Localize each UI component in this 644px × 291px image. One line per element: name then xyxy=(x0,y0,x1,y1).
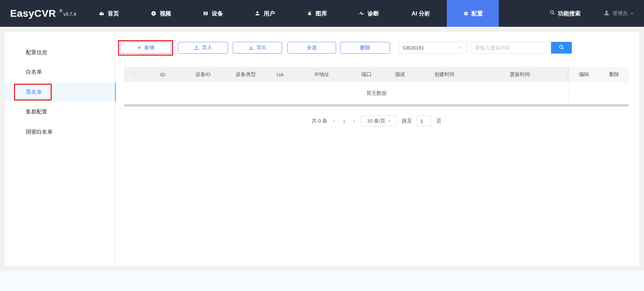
function-search[interactable]: 功能搜索 xyxy=(549,0,581,27)
col-header-description: 描述 xyxy=(382,67,418,82)
page-size-select[interactable]: 10 条/页 xyxy=(361,116,397,126)
user-label: 管理员 xyxy=(612,10,628,17)
fixed-columns-divider xyxy=(569,82,569,104)
col-header-port: 端口 xyxy=(351,67,382,82)
pagination-total: 共 0 条 xyxy=(312,118,327,124)
protocol-select-value: GB28181 xyxy=(403,45,424,51)
search-button[interactable] xyxy=(551,42,572,54)
empty-state-text: 暂无数据 xyxy=(367,90,387,96)
col-header-created-at: 创建时间 xyxy=(418,67,471,82)
protocol-select[interactable]: GB28181 xyxy=(398,42,467,54)
registered-mark: ® xyxy=(59,9,62,13)
nav-item-label: 图库 xyxy=(316,10,327,17)
search-input[interactable] xyxy=(471,42,551,54)
select-all-checkbox[interactable] xyxy=(131,72,137,77)
function-search-label: 功能搜索 xyxy=(558,10,581,17)
select-all-button[interactable]: 全选 xyxy=(287,42,336,54)
nav-item-gallery[interactable]: 图库 xyxy=(291,0,343,27)
delete-button-label: 删除 xyxy=(360,45,370,51)
config-sidebar: 配置信息 白名单 黑名单 集群配置 国密白名单 xyxy=(5,32,115,266)
col-header-edit: 编辑 xyxy=(569,67,599,82)
col-header-updated-at: 更新时间 xyxy=(471,67,569,82)
nav-item-device[interactable]: 设备 xyxy=(187,0,239,27)
gallery-icon xyxy=(307,10,313,16)
user-menu[interactable]: 管理员 xyxy=(603,0,634,27)
prev-page-button[interactable] xyxy=(332,119,337,123)
page-unit-label: 页 xyxy=(436,118,441,124)
page-footer-strip xyxy=(0,270,644,291)
fixed-columns-header: 编辑 删除 xyxy=(569,67,629,82)
app-version: v3.7.4 xyxy=(63,11,76,17)
nav-item-home[interactable]: 首页 xyxy=(83,0,135,27)
pagination-bar: 共 0 条 1 10 条/页 跳至 页 xyxy=(124,115,629,127)
chevron-down-icon xyxy=(459,45,463,51)
device-icon xyxy=(203,10,209,16)
avatar-icon xyxy=(603,9,610,17)
main-nav: 首页 视频 设备 用户 xyxy=(83,0,499,27)
nav-item-diagnosis[interactable]: 诊断 xyxy=(343,0,395,27)
jump-to-label: 跳至 xyxy=(402,118,412,124)
chevron-down-icon xyxy=(387,118,391,124)
upload-icon xyxy=(194,45,199,51)
download-icon xyxy=(249,45,254,51)
add-button[interactable]: 新增 xyxy=(120,42,171,54)
col-header-delete: 删除 xyxy=(599,67,629,82)
col-header-ip: IP地址 xyxy=(293,67,351,82)
import-button[interactable]: 导入 xyxy=(178,42,228,54)
search-icon xyxy=(558,44,565,51)
sidebar-item-config-info[interactable]: 配置信息 xyxy=(5,43,115,62)
chevron-down-icon xyxy=(630,11,634,16)
table-header-row: ID 设备ID 设备类型 UA IP地址 端口 描述 创建时间 更新时间 编辑 … xyxy=(124,67,629,82)
top-navbar: EasyCVR ® v3.7.4 首页 视频 设备 xyxy=(0,0,644,27)
select-all-cell xyxy=(124,67,144,82)
easycvr-app: EasyCVR ® v3.7.4 首页 视频 设备 xyxy=(0,0,644,291)
next-page-button[interactable] xyxy=(352,119,356,123)
select-all-button-label: 全选 xyxy=(307,45,317,51)
search-icon xyxy=(549,10,555,17)
page-size-value: 10 条/页 xyxy=(367,118,385,124)
delete-button[interactable]: 删除 xyxy=(340,42,390,54)
logo-text: EasyCVR xyxy=(10,8,56,19)
app-logo[interactable]: EasyCVR ® v3.7.4 xyxy=(10,0,76,27)
gear-icon xyxy=(463,11,469,16)
nav-item-label: 首页 xyxy=(108,10,119,17)
sidebar-item-blacklist[interactable]: 黑名单 xyxy=(5,83,116,101)
nav-item-label: 配置 xyxy=(472,10,483,17)
nav-item-label: AI 分析 xyxy=(412,10,430,17)
page-number-current[interactable]: 1 xyxy=(341,118,347,124)
nav-item-label: 诊断 xyxy=(368,10,379,17)
sidebar-item-gm-whitelist[interactable]: 国密白名单 xyxy=(5,123,115,141)
nav-item-config[interactable]: 配置 xyxy=(447,0,499,27)
jump-page-input[interactable] xyxy=(417,116,432,126)
blacklist-table: ID 设备ID 设备类型 UA IP地址 端口 描述 创建时间 更新时间 编辑 … xyxy=(124,67,629,106)
diagnosis-icon xyxy=(359,10,365,16)
col-header-device-id: 设备ID xyxy=(181,67,225,82)
content-card: 配置信息 白名单 黑名单 集群配置 国密白名单 新增 导入 导出 xyxy=(5,32,639,266)
nav-item-label: 设备 xyxy=(212,10,223,17)
nav-item-user[interactable]: 用户 xyxy=(239,0,291,27)
empty-state-row: 暂无数据 xyxy=(124,82,629,104)
dashboard-icon xyxy=(99,10,105,16)
col-header-device-type: 设备类型 xyxy=(225,67,267,82)
horizontal-scrollbar[interactable] xyxy=(124,104,629,106)
video-icon xyxy=(151,10,157,16)
import-button-label: 导入 xyxy=(202,45,212,51)
nav-item-video[interactable]: 视频 xyxy=(135,0,187,27)
col-header-ua: UA xyxy=(267,67,293,82)
sidebar-item-cluster-config[interactable]: 集群配置 xyxy=(5,102,115,121)
export-button[interactable]: 导出 xyxy=(233,42,282,54)
export-button-label: 导出 xyxy=(257,45,267,51)
add-button-label: 新增 xyxy=(145,45,155,51)
sidebar-item-whitelist[interactable]: 白名单 xyxy=(5,63,115,81)
nav-item-label: 视频 xyxy=(160,10,171,17)
nav-item-label: 用户 xyxy=(264,10,275,17)
plus-icon xyxy=(137,45,142,50)
nav-item-ai-analysis[interactable]: AI 分析 xyxy=(395,0,447,27)
user-icon xyxy=(255,10,261,16)
col-header-id: ID xyxy=(144,67,181,82)
